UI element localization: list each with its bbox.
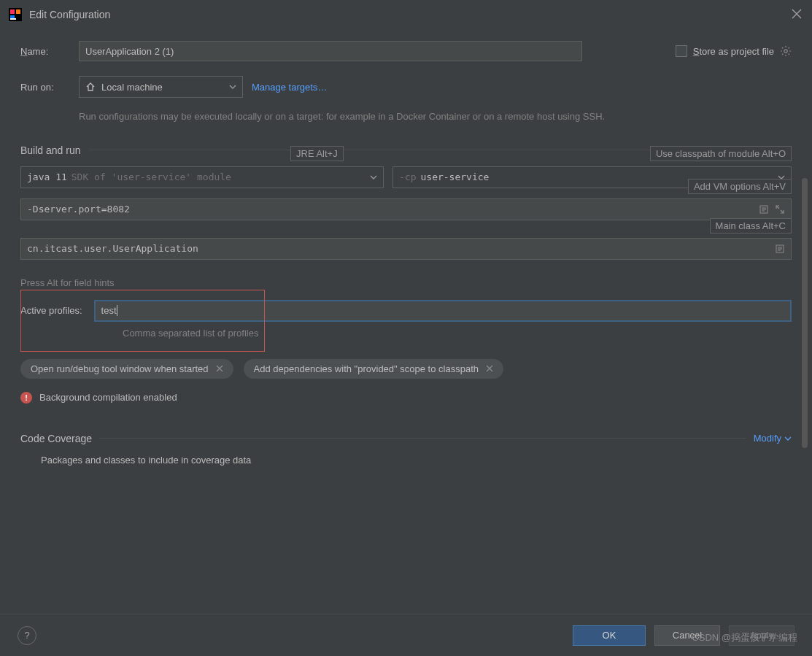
coverage-modify-text: Modify: [754, 433, 781, 444]
coverage-section-header: Code Coverage Modify: [20, 433, 792, 444]
svg-rect-4: [10, 18, 16, 20]
error-row: ! Background compilation enabled: [20, 392, 792, 404]
mc-hint: Main class Alt+C: [710, 218, 792, 234]
titlebar: Edit Configuration: [0, 0, 812, 29]
error-text: Background compilation enabled: [39, 392, 177, 403]
mc-value: cn.itcast.user.UserApplication: [27, 243, 198, 254]
close-icon[interactable]: [216, 365, 223, 372]
scrollbar-thumb[interactable]: [802, 178, 808, 448]
cp-prefix: -cp: [399, 171, 416, 182]
name-label: Name:: [20, 46, 70, 57]
store-checkbox[interactable]: [676, 45, 687, 57]
jre-hint: JRE Alt+J: [290, 146, 344, 161]
section-divider: [99, 438, 746, 439]
dialog-title: Edit Configuration: [29, 9, 792, 20]
cp-value: user-service: [420, 171, 489, 182]
chip-label: Add dependencies with "provided" scope t…: [254, 363, 479, 374]
chip-open-tool-window[interactable]: Open run/debug tool window when started: [20, 359, 233, 379]
chip-label: Open run/debug tool window when started: [31, 363, 209, 374]
runon-value: Local machine: [101, 82, 163, 93]
apply-button[interactable]: Apply: [729, 625, 794, 646]
bottom-bar: ? OK Cancel Apply: [0, 614, 812, 656]
press-alt-hint: Press Alt for field hints: [20, 277, 792, 288]
section-divider: [88, 150, 684, 150]
home-icon: [85, 82, 96, 92]
vm-value: -Dserver.port=8082: [27, 204, 130, 215]
coverage-modify-link[interactable]: Modify: [754, 433, 792, 444]
cancel-button[interactable]: Cancel: [654, 625, 720, 646]
jre-cp-row: JRE Alt+J Use classpath of module Alt+O …: [20, 166, 792, 188]
expand-icon[interactable]: [775, 204, 785, 215]
coverage-hint: Packages and classes to include in cover…: [41, 455, 792, 466]
history-icon[interactable]: [759, 204, 769, 215]
close-icon[interactable]: [792, 9, 803, 20]
build-section-title: Build and run: [20, 144, 81, 156]
gear-icon[interactable]: [780, 45, 792, 57]
browse-icon[interactable]: [775, 244, 785, 254]
chevron-down-icon: [229, 83, 236, 90]
runon-label: Run on:: [20, 82, 70, 93]
svg-point-5: [784, 50, 787, 53]
active-profiles-input[interactable]: test: [94, 300, 792, 322]
svg-rect-1: [10, 9, 15, 14]
name-row: Name: Store as project file: [20, 41, 792, 61]
cp-hint: Use classpath of module Alt+O: [650, 146, 792, 161]
vm-row: Add VM options Alt+V -Dserver.port=8082: [20, 198, 792, 220]
vm-hint: Add VM options Alt+V: [688, 179, 792, 194]
content: Name: Store as project file Run on: Loca…: [0, 29, 812, 466]
jre-suffix: SDK of 'user-service' module: [71, 171, 231, 182]
profiles-hint: Comma separated list of profiles: [123, 328, 792, 339]
chip-provided-scope[interactable]: Add dependencies with "provided" scope t…: [244, 359, 503, 379]
store-label: Store as project file: [693, 46, 774, 57]
profiles-value: test: [101, 305, 117, 316]
svg-rect-2: [16, 9, 20, 14]
chevron-down-icon: [370, 174, 377, 181]
store-wrap: Store as project file: [676, 45, 792, 57]
coverage-section-title: Code Coverage: [20, 433, 92, 444]
runon-hint: Run configurations may be executed local…: [79, 109, 792, 124]
jre-value: java 11: [27, 171, 67, 182]
mainclass-row: Main class Alt+C cn.itcast.user.UserAppl…: [20, 238, 792, 260]
profiles-row: Active profiles: test: [20, 300, 792, 322]
jre-select[interactable]: java 11 SDK of 'user-service' module: [20, 166, 384, 188]
runon-combo[interactable]: Local machine: [79, 76, 243, 98]
app-icon: [9, 8, 22, 21]
manage-targets-link[interactable]: Manage targets…: [252, 82, 327, 93]
close-icon[interactable]: [486, 365, 493, 372]
runon-row: Run on: Local machine Manage targets…: [20, 76, 792, 98]
profiles-label: Active profiles:: [20, 305, 82, 316]
chips-row: Open run/debug tool window when started …: [20, 359, 792, 379]
main-class-input[interactable]: cn.itcast.user.UserApplication: [20, 238, 792, 260]
help-button[interactable]: ?: [18, 626, 36, 645]
error-icon: !: [20, 392, 32, 404]
ok-button[interactable]: OK: [573, 625, 646, 646]
vm-options-input[interactable]: -Dserver.port=8082: [20, 198, 792, 220]
name-input[interactable]: [79, 41, 582, 61]
